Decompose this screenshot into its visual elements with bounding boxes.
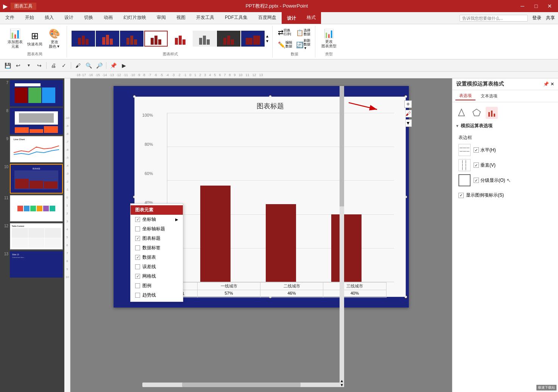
dropdown-item-legend[interactable]: 图例 [131, 281, 183, 290]
chart-style-2[interactable] [96, 31, 119, 47]
style-scroll-up[interactable]: ▲ [265, 34, 269, 38]
tab-text-options[interactable]: 文本选项 [477, 92, 501, 100]
chart-style-8[interactable] [241, 31, 265, 47]
pentagon-icon[interactable] [471, 107, 483, 119]
chart-style-5[interactable] [168, 31, 192, 47]
chart-elements-button[interactable]: + [404, 100, 412, 108]
undo-button[interactable]: ↩ [14, 61, 23, 70]
style-scroll-down[interactable]: ▼ [265, 39, 269, 43]
edit-data-button[interactable]: ✏️ 编辑数据 [277, 39, 294, 50]
data-group-label: 数据 [291, 52, 298, 58]
border-label-row: 表边框 [458, 133, 555, 142]
slide-show-button[interactable]: ▶ [119, 61, 128, 70]
tab-pdf[interactable]: PDF工具集 [220, 12, 253, 24]
checkbox-gridlines[interactable]: ✓ [135, 274, 140, 279]
spell-check-button[interactable]: ✓ [59, 61, 69, 70]
tab-slideshow[interactable]: 幻灯片放映 [118, 12, 151, 24]
shape-fill-icon[interactable] [455, 107, 468, 119]
checkbox-chart-title[interactable]: ✓ [135, 236, 140, 241]
login-button[interactable]: 登录 [532, 15, 541, 21]
dropdown-item-data-table[interactable]: ✓ 数据表 [131, 253, 183, 262]
checkbox-data-table[interactable]: ✓ [135, 255, 140, 260]
slide-thumb-10[interactable]: 10 图表标题 [2, 164, 63, 194]
change-chart-type-button[interactable]: 📊 更改图表类型 [320, 27, 338, 50]
find-button[interactable]: 🔍 [84, 61, 93, 70]
tab-baidu[interactable]: 百度网盘 [253, 12, 282, 24]
dropdown-item-data-labels[interactable]: 数据标签 [131, 243, 183, 253]
tab-home[interactable]: 开始 [20, 12, 39, 24]
ribbon-group-chart-styles: ▲ ▼ 图表样式 [69, 26, 273, 58]
slide-thumb-11[interactable]: 11 [2, 195, 63, 222]
tab-review[interactable]: 审阅 [151, 12, 171, 24]
slide-thumb-13[interactable]: 13 Slide 13 Content text here... [2, 251, 63, 278]
pin-button[interactable]: 📌 [109, 61, 118, 70]
tab-view[interactable]: 视图 [171, 12, 191, 24]
slide-thumb-12[interactable]: 12 Table Content [2, 223, 63, 250]
panel-close-button[interactable]: ✕ [550, 81, 554, 87]
print-button[interactable]: 🖨 [49, 61, 58, 70]
scroll-up[interactable]: ▲ [340, 379, 344, 383]
change-color-button[interactable]: 🎨 更改颜色▼ [45, 27, 64, 50]
checkbox-outline[interactable] [474, 178, 479, 183]
slide-thumb-9[interactable]: 9 Line Chart [2, 136, 63, 162]
search-input[interactable] [460, 15, 528, 22]
quick-layout-button[interactable]: ⊞ 快速布局 [26, 27, 44, 50]
format-painter-button[interactable]: 🖌 [73, 61, 83, 70]
section-header-table-options[interactable]: ▼ 模拟运算表选项 [455, 120, 555, 131]
chart-style-4[interactable] [144, 31, 168, 47]
dropdown-item-error-bars[interactable]: 误差线 [131, 262, 183, 272]
zoom-button[interactable]: 🔎 [95, 61, 104, 70]
checkbox-axis-title[interactable] [135, 226, 140, 231]
dropdown-item-chart-title[interactable]: ✓ 图表标题 [131, 234, 183, 243]
minimize-button[interactable]: ─ [517, 2, 528, 10]
bar-chart-icon[interactable] [486, 107, 498, 119]
tab-animations[interactable]: 动画 [98, 12, 118, 24]
tab-chart-format[interactable]: 格式 [301, 12, 321, 24]
vertical-scrollbar[interactable]: ▲ ▼ [340, 86, 344, 387]
checkbox-axis[interactable]: ✓ [135, 217, 140, 222]
refresh-data-button[interactable]: 🔄 刷新数据▼ [295, 39, 312, 50]
quick-layout-icon: ⊞ [31, 31, 39, 41]
scroll-down[interactable]: ▼ [340, 383, 344, 387]
checkbox-error-bars[interactable] [135, 264, 140, 269]
slide-thumb-8[interactable]: 8 [2, 108, 63, 134]
tab-file[interactable]: 文件 [0, 12, 20, 24]
red-arrow [349, 99, 387, 114]
tab-transitions[interactable]: 切换 [79, 12, 98, 24]
tab-chart-design[interactable]: 设计 [282, 12, 301, 24]
checkbox-data-labels[interactable] [135, 245, 140, 250]
chart-style-1[interactable] [72, 31, 95, 47]
checkbox-horizontal[interactable] [474, 147, 479, 153]
restore-button[interactable]: □ [531, 2, 541, 10]
add-chart-element-button[interactable]: 📊 添加图表 元素 [6, 27, 24, 50]
save-button[interactable]: 💾 [3, 61, 12, 70]
select-data-button[interactable]: 📋 选择数据 [295, 27, 312, 38]
slide-thumb-7[interactable]: 7 [2, 80, 63, 106]
horizontal-scrollbar[interactable] [142, 383, 340, 387]
close-button[interactable]: ✕ [544, 2, 555, 10]
chart-style-6[interactable] [193, 31, 216, 47]
checkbox-vertical[interactable] [474, 162, 479, 168]
dropdown-item-trendline[interactable]: 趋势线 [131, 290, 183, 300]
redo-button[interactable]: ↪ [35, 61, 44, 70]
dropdown-item-axis[interactable]: ✓ 坐标轴 ▶ [131, 215, 183, 224]
checkbox-show-legend[interactable] [458, 193, 464, 198]
dropdown-item-gridlines[interactable]: ✓ 网格线 [131, 272, 183, 281]
tab-developer[interactable]: 开发工具 [191, 12, 220, 24]
canvas-area[interactable]: + 🖌 ▼ 图表标题 [70, 78, 452, 392]
tab-table-options[interactable]: 表选项 [455, 92, 475, 100]
panel-pin-button[interactable]: 📌 [543, 81, 549, 87]
checkbox-legend[interactable] [135, 283, 140, 288]
tab-design[interactable]: 设计 [59, 12, 79, 24]
checkbox-trendline[interactable] [135, 293, 140, 298]
chart-style-7[interactable] [217, 31, 240, 47]
tab-insert[interactable]: 插入 [39, 12, 59, 24]
chart-style-3[interactable] [120, 31, 143, 47]
undo-dropdown[interactable]: ▼ [24, 61, 33, 70]
dropdown-item-axis-title[interactable]: 坐标轴标题 [131, 224, 183, 234]
switch-row-col-button[interactable]: ⇄ 切换行/列 [277, 27, 294, 38]
ruler: ·18 ·17 ·16 ·15 ·14 ·13 ·12 ·11 ·10 ·9 ·… [0, 72, 558, 78]
bar-1 [200, 186, 231, 282]
title-bar: ▶ 图表工具 PPT教程2.pptx - PowerPoint ─ □ ✕ [0, 0, 558, 12]
share-button[interactable]: 共享 [546, 15, 555, 21]
